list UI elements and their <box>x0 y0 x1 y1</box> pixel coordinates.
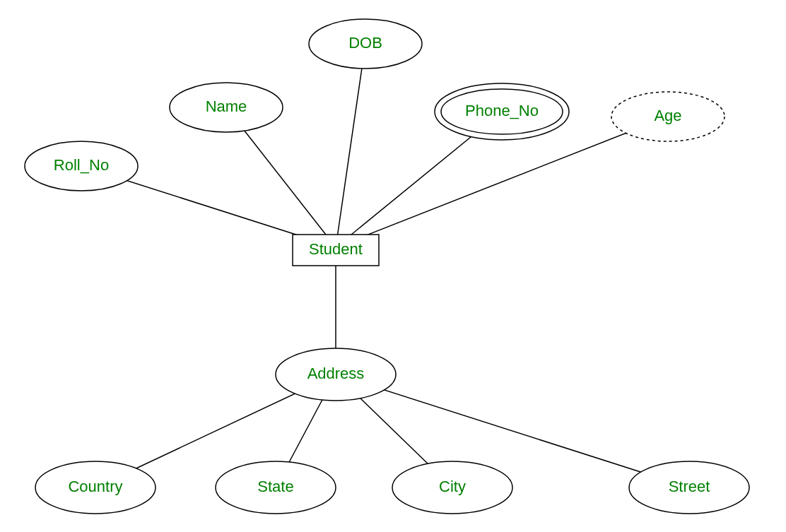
attr-state: State <box>216 461 336 514</box>
attr-city-label: City <box>439 478 466 495</box>
edge-student-dob <box>336 44 365 247</box>
attr-rollno-label: Roll_No <box>54 156 109 174</box>
attr-address: Address <box>276 348 396 401</box>
entity-student-label: Student <box>309 240 363 258</box>
attr-phone-no-label: Phone_No <box>465 102 539 119</box>
attr-dob-label: DOB <box>348 34 382 52</box>
entity-student: Student <box>293 235 379 266</box>
attr-address-label: Address <box>307 365 365 382</box>
attr-age-label: Age <box>654 107 681 124</box>
attr-state-label: State <box>257 478 293 495</box>
attr-rollno: Roll_No <box>25 141 138 191</box>
attr-name-label: Name <box>206 97 247 115</box>
attr-country: Country <box>35 461 156 514</box>
attr-country-label: Country <box>68 478 122 495</box>
edge-address-street <box>336 374 689 487</box>
attr-age: Age <box>611 92 725 141</box>
er-diagram: Student Roll_No Name DOB Phone_No Age Ad… <box>0 0 786 532</box>
attr-street: Street <box>629 461 749 514</box>
attr-street-label: Street <box>669 478 710 495</box>
attr-city: City <box>392 461 512 514</box>
attr-phone-no: Phone_No <box>435 83 569 140</box>
attr-dob: DOB <box>309 19 422 69</box>
attr-name: Name <box>170 83 283 132</box>
